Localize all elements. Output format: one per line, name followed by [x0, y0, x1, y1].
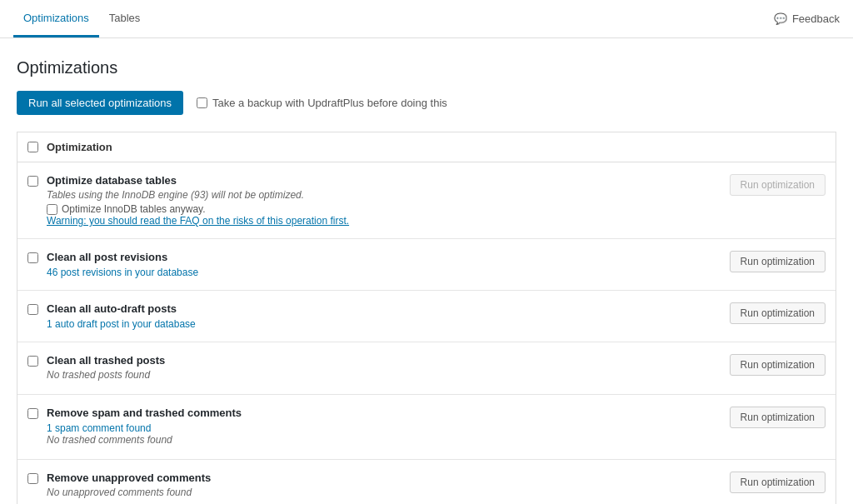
- row-desc-remove-unapproved: No unapproved comments found: [47, 487, 721, 498]
- row-content-clean-trashed: Clean all trashed posts No trashed posts…: [47, 354, 721, 382]
- row-content-clean-revisions: Clean all post revisions 46 post revisio…: [47, 251, 721, 278]
- row-content-remove-unapproved: Remove unapproved comments No unapproved…: [47, 472, 721, 500]
- table-row: Remove spam and trashed comments 1 spam …: [17, 395, 836, 460]
- row-action-clean-trashed: Run optimization: [730, 354, 826, 376]
- run-button-remove-unapproved[interactable]: Run optimization: [730, 472, 826, 493]
- optimizations-table: Optimization Optimize database tables Ta…: [17, 132, 836, 504]
- run-all-button[interactable]: Run all selected optimizations: [17, 91, 183, 115]
- row-title-clean-trashed: Clean all trashed posts: [47, 354, 721, 367]
- innodb-checkbox[interactable]: [47, 204, 57, 215]
- run-button-clean-trashed[interactable]: Run optimization: [730, 354, 826, 376]
- row-action-optimize-db: Run optimization: [730, 174, 826, 196]
- row-content-clean-autodraft: Clean all auto-draft posts 1 auto draft …: [47, 302, 721, 330]
- tab-optimizations[interactable]: Optimizations: [13, 0, 99, 37]
- row-warning-optimize-db[interactable]: Warning: you should read the FAQ on the …: [47, 215, 721, 227]
- row-title-clean-revisions: Clean all post revisions: [47, 251, 721, 263]
- row-content-remove-spam: Remove spam and trashed comments 1 spam …: [47, 407, 721, 447]
- row-action-remove-unapproved: Run optimization: [730, 472, 826, 493]
- table-row: Clean all trashed posts No trashed posts…: [17, 342, 836, 395]
- feedback-icon: 💬: [774, 12, 787, 25]
- row-title-optimize-db: Optimize database tables: [47, 174, 721, 187]
- feedback-button[interactable]: 💬 Feedback: [774, 12, 840, 25]
- row-checkbox-clean-autodraft[interactable]: [27, 304, 38, 315]
- run-button-optimize-db: Run optimization: [730, 174, 826, 196]
- row-checkbox-clean-revisions[interactable]: [27, 252, 38, 263]
- row-title-remove-spam: Remove spam and trashed comments: [47, 407, 721, 419]
- row-desc-optimize-db: Tables using the InnoDB engine (93) will…: [47, 189, 721, 201]
- row-content-optimize-db: Optimize database tables Tables using th…: [47, 174, 721, 227]
- tab-tables[interactable]: Tables: [99, 0, 151, 37]
- row-link-clean-autodraft[interactable]: 1 auto draft post in your database: [47, 318, 196, 330]
- row-action-remove-spam: Run optimization: [730, 407, 826, 428]
- table-header-label: Optimization: [47, 141, 112, 153]
- table-row: Remove unapproved comments No unapproved…: [17, 460, 836, 504]
- row-title-remove-unapproved: Remove unapproved comments: [47, 472, 721, 484]
- row-action-clean-autodraft: Run optimization: [730, 302, 826, 324]
- row-extra-remove-spam: No trashed comments found: [47, 434, 721, 446]
- action-bar: Run all selected optimizations Take a ba…: [17, 91, 836, 115]
- feedback-label: Feedback: [792, 12, 840, 25]
- run-button-clean-autodraft[interactable]: Run optimization: [730, 302, 826, 324]
- backup-checkbox-label[interactable]: Take a backup with UpdraftPlus before do…: [197, 97, 447, 109]
- run-button-clean-revisions[interactable]: Run optimization: [730, 251, 826, 272]
- row-link-clean-revisions[interactable]: 46 post revisions in your database: [47, 267, 198, 278]
- row-title-clean-autodraft: Clean all auto-draft posts: [47, 302, 721, 315]
- row-desc-clean-trashed: No trashed posts found: [47, 369, 721, 381]
- backup-checkbox[interactable]: [197, 97, 207, 108]
- table-row: Clean all post revisions 46 post revisio…: [17, 239, 836, 291]
- select-all-checkbox[interactable]: [27, 142, 38, 152]
- row-checkbox-remove-unapproved[interactable]: [27, 473, 38, 484]
- row-sub-optimize-db: Optimize InnoDB tables anyway.: [47, 203, 721, 215]
- page-title: Optimizations: [17, 58, 836, 77]
- tab-bar: Optimizations Tables 💬 Feedback: [0, 0, 853, 38]
- table-row: Clean all auto-draft posts 1 auto draft …: [17, 291, 836, 342]
- tabs-container: Optimizations Tables: [13, 0, 774, 37]
- row-action-clean-revisions: Run optimization: [730, 251, 826, 272]
- backup-label-text: Take a backup with UpdraftPlus before do…: [212, 97, 447, 109]
- main-content: Optimizations Run all selected optimizat…: [0, 38, 853, 504]
- table-row: Optimize database tables Tables using th…: [17, 162, 836, 239]
- row-link-remove-spam[interactable]: 1 spam comment found: [47, 422, 151, 434]
- row-checkbox-clean-trashed[interactable]: [27, 356, 38, 367]
- table-header: Optimization: [17, 132, 836, 162]
- row-checkbox-remove-spam[interactable]: [27, 408, 38, 419]
- run-button-remove-spam[interactable]: Run optimization: [730, 407, 826, 428]
- innodb-label: Optimize InnoDB tables anyway.: [62, 203, 206, 215]
- row-checkbox-optimize-db[interactable]: [27, 176, 38, 187]
